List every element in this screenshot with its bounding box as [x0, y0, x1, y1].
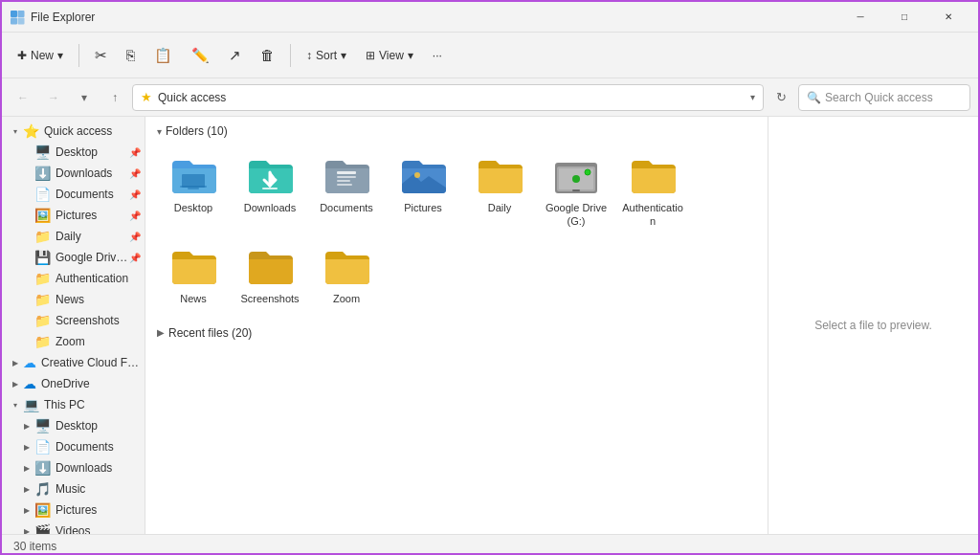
- folder-item-pictures[interactable]: Pictures: [387, 147, 459, 234]
- svg-rect-11: [262, 188, 278, 189]
- expand-icon: ▶: [21, 420, 33, 432]
- folder-item-zoom[interactable]: Zoom: [310, 238, 383, 311]
- search-icon: 🔍: [807, 91, 821, 104]
- folder-item-authentication[interactable]: Authentication: [616, 147, 689, 234]
- desktop-icon: 🖥️: [34, 144, 51, 160]
- folder-item-screenshots[interactable]: Screenshots: [234, 238, 306, 311]
- sidebar-item-downloads-pc[interactable]: ▶ ⬇️ Downloads: [2, 457, 145, 478]
- sidebar-item-documents-pc[interactable]: ▶ 📄 Documents: [2, 436, 145, 457]
- pin-icon: 📌: [129, 168, 141, 179]
- recent-files-section-title: Recent files (20): [168, 326, 252, 340]
- folder-icon-news: [168, 244, 218, 288]
- pin-icon: 📌: [129, 232, 141, 242]
- preview-panel: Select a file to preview.: [768, 117, 978, 534]
- sidebar-item-desktop-pc[interactable]: ▶ 🖥️ Desktop: [2, 415, 145, 436]
- sidebar-item-music[interactable]: ▶ 🎵 Music: [2, 478, 145, 500]
- copy-button[interactable]: ⎘: [119, 43, 143, 67]
- sidebar-item-pictures-pc[interactable]: ▶ 🖼️ Pictures: [2, 500, 145, 521]
- svg-rect-0: [11, 11, 17, 17]
- music-icon: 🎵: [34, 481, 51, 497]
- delete-button[interactable]: 🗑: [253, 43, 282, 67]
- sidebar-item-documents[interactable]: 📄 Documents 📌: [2, 184, 145, 205]
- sidebar-item-creativecloud[interactable]: ▶ ☁ Creative Cloud Files: [2, 352, 145, 373]
- recent-files-section-header[interactable]: ▶ Recent files (20): [157, 326, 756, 340]
- recent-locations-button[interactable]: ▾: [71, 84, 98, 111]
- view-button[interactable]: ⊞ View ▾: [358, 45, 421, 66]
- folder-item-downloads[interactable]: Downloads: [234, 147, 306, 234]
- cut-button[interactable]: ✂: [87, 43, 115, 68]
- sidebar-item-news[interactable]: 📁 News: [2, 289, 145, 310]
- googledrive-icon: 💾: [34, 250, 51, 265]
- forward-button[interactable]: →: [40, 84, 67, 111]
- desktop-pc-icon: 🖥️: [34, 418, 51, 433]
- svg-rect-14: [337, 180, 350, 182]
- folders-section-header[interactable]: ▾ Folders (10): [157, 124, 756, 138]
- folder-label-daily: Daily: [488, 201, 511, 214]
- toolbar-separator-1: [78, 44, 79, 67]
- sidebar-label-zoom: Zoom: [56, 335, 141, 348]
- sidebar-item-desktop[interactable]: 🖥️ Desktop 📌: [2, 142, 145, 163]
- share-button[interactable]: ↗: [221, 43, 249, 68]
- sidebar-label-googledrive: Google Drive (G:): [56, 251, 129, 264]
- folder-item-googledrive[interactable]: Google Drive (G:): [540, 147, 612, 234]
- sidebar-item-pictures[interactable]: 🖼️ Pictures 📌: [2, 205, 145, 226]
- expand-icon: ▾: [10, 399, 21, 411]
- quick-access-label: Quick access: [44, 124, 141, 138]
- folders-section-title: Folders (10): [166, 124, 228, 138]
- sidebar-item-downloads[interactable]: ⬇️ Downloads 📌: [2, 163, 145, 184]
- item-count: 30 items: [13, 540, 56, 553]
- rename-button[interactable]: ✏️: [184, 43, 217, 68]
- documents-pc-icon: 📄: [34, 439, 51, 455]
- expand-icon: [21, 336, 33, 347]
- address-dropdown-icon: ▾: [750, 92, 755, 102]
- quick-access-star-icon: ★: [141, 90, 152, 104]
- recent-files-collapse-icon: ▶: [157, 327, 165, 338]
- expand-icon: [21, 273, 33, 284]
- folder-item-daily[interactable]: Daily: [463, 147, 536, 234]
- pictures-pc-icon: 🖼️: [34, 502, 51, 518]
- sidebar-label-creativecloud: Creative Cloud Files: [41, 356, 141, 369]
- sidebar-label-desktop: Desktop: [56, 145, 129, 159]
- svg-rect-21: [572, 189, 580, 191]
- sidebar-item-quick-access[interactable]: ▾ ⭐ Quick access: [2, 121, 145, 142]
- address-box[interactable]: ★ Quick access ▾: [132, 84, 764, 111]
- folder-label-zoom: Zoom: [333, 292, 360, 305]
- maximize-button[interactable]: □: [882, 2, 926, 33]
- sidebar-item-daily[interactable]: 📁 Daily 📌: [2, 226, 145, 247]
- sidebar-item-zoom[interactable]: 📁 Zoom: [2, 331, 145, 352]
- folder-item-news[interactable]: News: [157, 238, 230, 311]
- toolbar-separator-2: [290, 44, 291, 67]
- pin-icon: 📌: [129, 189, 141, 200]
- expand-icon: [21, 252, 33, 263]
- sidebar-item-authentication[interactable]: 📁 Authentication: [2, 268, 145, 289]
- sidebar-item-thispc[interactable]: ▾ 💻 This PC: [2, 394, 145, 415]
- refresh-button[interactable]: ↻: [768, 84, 794, 111]
- cut-icon: ✂: [95, 47, 107, 64]
- sidebar-item-googledrive[interactable]: 💾 Google Drive (G:) 📌: [2, 247, 145, 268]
- svg-rect-2: [11, 17, 17, 24]
- preview-text: Select a file to preview.: [814, 319, 932, 332]
- sidebar-label-pictures-pc: Pictures: [56, 503, 141, 517]
- sidebar-item-videos[interactable]: ▶ 🎬 Videos: [2, 521, 145, 534]
- auth-folder-icon: 📁: [34, 271, 51, 286]
- sidebar-label-authentication: Authentication: [56, 272, 141, 285]
- downloads-pc-icon: ⬇️: [34, 460, 51, 476]
- paste-button[interactable]: 📋: [146, 43, 180, 68]
- sidebar-item-screenshots[interactable]: 📁 Screenshots: [2, 310, 145, 331]
- new-icon: ✚: [17, 49, 27, 62]
- sidebar-item-onedrive[interactable]: ▶ ☁ OneDrive: [2, 373, 145, 394]
- close-button[interactable]: ✕: [926, 2, 970, 33]
- up-button[interactable]: ↑: [101, 84, 128, 111]
- back-button[interactable]: ←: [10, 84, 36, 111]
- expand-icon: ▶: [21, 483, 33, 495]
- minimize-button[interactable]: ─: [838, 2, 882, 33]
- folder-item-documents[interactable]: Documents: [310, 147, 383, 234]
- sort-button[interactable]: ↕ Sort ▾: [299, 45, 354, 66]
- search-placeholder: Search Quick access: [825, 91, 933, 104]
- sidebar-label-downloads: Downloads: [56, 166, 129, 180]
- svg-point-16: [414, 172, 420, 178]
- search-box[interactable]: 🔍 Search Quick access: [798, 84, 970, 111]
- new-button[interactable]: ✚ New ▾: [10, 45, 71, 66]
- more-button[interactable]: ···: [425, 45, 450, 66]
- folder-item-desktop[interactable]: Desktop: [157, 147, 230, 234]
